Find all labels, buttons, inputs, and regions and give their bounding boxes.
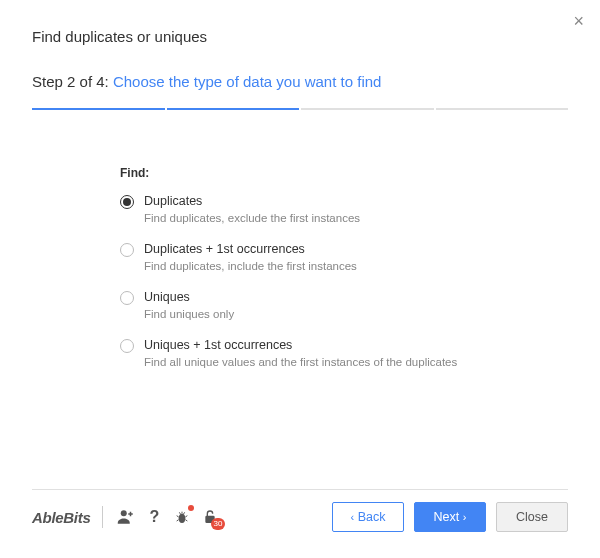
option-uniques-first[interactable]: Uniques + 1st occurrences Find all uniqu…: [120, 338, 568, 368]
close-icon[interactable]: ×: [573, 12, 584, 30]
account-icon[interactable]: [115, 506, 137, 528]
radio-icon: [120, 243, 134, 257]
dialog-header: Find duplicates or uniques: [0, 0, 600, 53]
divider: [102, 506, 103, 528]
lock-icon[interactable]: 30: [199, 506, 221, 528]
option-desc: Find duplicates, exclude the first insta…: [144, 212, 360, 224]
brand-logo: AbleBits: [32, 509, 90, 526]
option-label: Uniques + 1st occurrences: [144, 338, 457, 352]
progress-seg-3: [301, 108, 434, 110]
radio-icon: [120, 291, 134, 305]
option-label: Duplicates + 1st occurrences: [144, 242, 357, 256]
bug-icon[interactable]: [171, 506, 193, 528]
back-button-label: Back: [358, 510, 386, 524]
step-subtitle: Choose the type of data you want to find: [113, 73, 382, 90]
option-label: Duplicates: [144, 194, 360, 208]
option-desc: Find all unique values and the first ins…: [144, 356, 457, 368]
progress-seg-1: [32, 108, 165, 110]
radio-icon: [120, 195, 134, 209]
step-indicator: Step 2 of 4: Choose the type of data you…: [0, 53, 600, 100]
option-desc: Find duplicates, include the first insta…: [144, 260, 357, 272]
close-button[interactable]: Close: [496, 502, 568, 532]
chevron-left-icon: ‹: [351, 512, 355, 523]
chevron-right-icon: ›: [463, 512, 467, 523]
option-duplicates-first[interactable]: Duplicates + 1st occurrences Find duplic…: [120, 242, 568, 272]
next-button-label: Next: [434, 510, 460, 524]
option-duplicates[interactable]: Duplicates Find duplicates, exclude the …: [120, 194, 568, 224]
next-button[interactable]: Next ›: [414, 502, 486, 532]
lock-badge: 30: [211, 518, 226, 530]
option-desc: Find uniques only: [144, 308, 234, 320]
help-icon[interactable]: ?: [143, 506, 165, 528]
footer: AbleBits ? 30 ‹ Back Next › Close: [32, 489, 568, 532]
options-panel: Find: Duplicates Find duplicates, exclud…: [0, 110, 600, 406]
close-button-label: Close: [516, 510, 548, 524]
back-button[interactable]: ‹ Back: [332, 502, 404, 532]
svg-point-1: [179, 514, 186, 523]
progress-seg-4: [436, 108, 569, 110]
find-label: Find:: [120, 166, 568, 180]
notification-dot: [188, 505, 194, 511]
svg-point-0: [121, 510, 127, 516]
option-uniques[interactable]: Uniques Find uniques only: [120, 290, 568, 320]
dialog-title: Find duplicates or uniques: [32, 28, 568, 45]
step-prefix: Step 2 of 4:: [32, 73, 113, 90]
progress-seg-2: [167, 108, 300, 110]
radio-icon: [120, 339, 134, 353]
option-label: Uniques: [144, 290, 234, 304]
